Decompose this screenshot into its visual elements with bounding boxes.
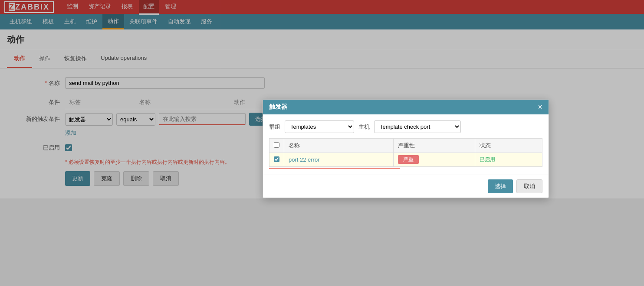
modal-body: 群组 Templates 主机 Template check port 名称 严…	[263, 114, 549, 175]
row-checkbox-cell	[269, 153, 284, 167]
severity-badge: 严重	[398, 155, 419, 164]
host-select[interactable]: Template check port	[374, 120, 461, 133]
modal: 触发器 × 群组 Templates 主机 Template check por…	[263, 99, 549, 198]
modal-cancel-button[interactable]: 取消	[516, 179, 542, 193]
modal-col-status: 状态	[475, 139, 542, 153]
host-label: 主机	[358, 123, 370, 131]
modal-select-button[interactable]: 选择	[488, 179, 513, 193]
modal-col-severity: 严重性	[393, 139, 475, 153]
modal-close-button[interactable]: ×	[538, 103, 542, 111]
row-name[interactable]: port 22 error	[284, 153, 393, 167]
row-status: 已启用	[475, 153, 542, 167]
group-select[interactable]: Templates	[285, 120, 354, 133]
row-severity: 严重	[393, 153, 475, 167]
modal-footer: 选择 取消	[263, 175, 549, 198]
modal-col-name: 名称	[284, 139, 393, 153]
table-row: port 22 error 严重 已启用	[269, 153, 542, 167]
modal-title: 触发器	[269, 103, 287, 111]
modal-table: 名称 严重性 状态 port 22 error 严重 已启用	[269, 138, 542, 167]
group-label: 群组	[269, 123, 280, 131]
modal-select-all-checkbox[interactable]	[274, 142, 279, 148]
modal-filter-row: 群组 Templates 主机 Template check port	[269, 120, 542, 133]
row-checkbox[interactable]	[274, 156, 279, 162]
modal-header: 触发器 ×	[263, 100, 549, 114]
modal-col-checkbox	[269, 139, 284, 153]
